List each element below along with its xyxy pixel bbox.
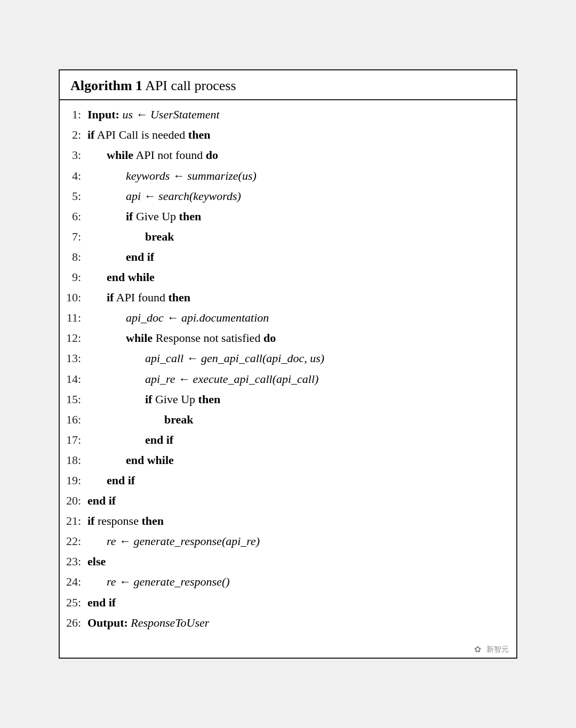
algorithm-title-rest: API call process bbox=[145, 78, 236, 93]
line-content: end if bbox=[87, 594, 516, 612]
algorithm-line: 24:re ← generate_response() bbox=[60, 572, 516, 592]
watermark: ✿ 新智元 bbox=[60, 641, 516, 658]
line-number: 18: bbox=[60, 451, 87, 469]
algorithm-line: 14:api_re ← execute_api_call(api_call) bbox=[60, 369, 516, 389]
algorithm-line: 21:if response then bbox=[60, 511, 516, 531]
algorithm-line: 16:break bbox=[60, 410, 516, 430]
algorithm-header: Algorithm 1 API call process bbox=[60, 70, 516, 100]
line-number: 15: bbox=[60, 390, 87, 409]
line-number: 6: bbox=[60, 207, 87, 226]
line-number: 14: bbox=[60, 370, 87, 388]
line-content: while Response not satisfied do bbox=[87, 329, 516, 347]
algorithm-line: 26:Output: ResponseToUser bbox=[60, 613, 516, 633]
line-number: 4: bbox=[60, 167, 87, 185]
algorithm-line: 3:while API not found do bbox=[60, 145, 516, 165]
line-content: api_re ← execute_api_call(api_call) bbox=[87, 370, 516, 388]
line-number: 16: bbox=[60, 411, 87, 429]
line-content: end if bbox=[87, 492, 516, 510]
algorithm-container: Algorithm 1 API call process 1:Input: us… bbox=[59, 69, 517, 658]
algorithm-line: 23:else bbox=[60, 551, 516, 572]
algorithm-line: 12:while Response not satisfied do bbox=[60, 328, 516, 348]
algorithm-line: 7:break bbox=[60, 227, 516, 247]
line-number: 3: bbox=[60, 146, 87, 164]
line-number: 5: bbox=[60, 187, 87, 205]
line-number: 8: bbox=[60, 248, 87, 266]
line-content: re ← generate_response(api_re) bbox=[87, 532, 516, 550]
line-number: 11: bbox=[60, 309, 87, 327]
algorithm-line: 18:end while bbox=[60, 450, 516, 470]
algorithm-line: 17:end if bbox=[60, 430, 516, 450]
algorithm-line: 2:if API Call is needed then bbox=[60, 125, 516, 145]
line-number: 21: bbox=[60, 512, 87, 530]
line-content: break bbox=[87, 228, 516, 246]
line-content: break bbox=[87, 411, 516, 429]
line-content: if API Call is needed then bbox=[87, 126, 516, 144]
line-content: if response then bbox=[87, 512, 516, 530]
line-content: end if bbox=[87, 431, 516, 449]
line-number: 25: bbox=[60, 594, 87, 612]
line-content: else bbox=[87, 553, 516, 571]
algorithm-line: 5:api ← search(keywords) bbox=[60, 186, 516, 206]
line-number: 2: bbox=[60, 126, 87, 144]
algorithm-title-bold: Algorithm 1 bbox=[70, 78, 142, 93]
line-content: end while bbox=[87, 451, 516, 469]
line-number: 9: bbox=[60, 268, 87, 286]
line-number: 19: bbox=[60, 471, 87, 490]
algorithm-line: 6:if Give Up then bbox=[60, 206, 516, 227]
algorithm-line: 22:re ← generate_response(api_re) bbox=[60, 531, 516, 551]
line-content: keywords ← summarize(us) bbox=[87, 167, 516, 185]
line-content: re ← generate_response() bbox=[87, 573, 516, 591]
line-content: api ← search(keywords) bbox=[87, 187, 516, 205]
watermark-icon: ✿ bbox=[471, 644, 483, 655]
algorithm-line: 15:if Give Up then bbox=[60, 389, 516, 410]
line-content: Output: ResponseToUser bbox=[87, 614, 516, 632]
algorithm-line: 13:api_call ← gen_api_call(api_doc, us) bbox=[60, 348, 516, 369]
line-content: if API found then bbox=[87, 289, 516, 307]
line-content: api_call ← gen_api_call(api_doc, us) bbox=[87, 349, 516, 367]
algorithm-line: 19:end if bbox=[60, 470, 516, 491]
line-content: end if bbox=[87, 471, 516, 490]
line-number: 26: bbox=[60, 614, 87, 632]
line-content: end while bbox=[87, 268, 516, 286]
line-number: 10: bbox=[60, 289, 87, 307]
line-number: 7: bbox=[60, 228, 87, 246]
algorithm-title: Algorithm 1 API call process bbox=[70, 78, 236, 93]
algorithm-line: 8:end if bbox=[60, 247, 516, 267]
line-number: 23: bbox=[60, 553, 87, 571]
line-content: end if bbox=[87, 248, 516, 266]
algorithm-line: 20:end if bbox=[60, 491, 516, 511]
algorithm-line: 4:keywords ← summarize(us) bbox=[60, 166, 516, 186]
watermark-text: 新智元 bbox=[486, 645, 509, 654]
line-number: 20: bbox=[60, 492, 87, 510]
algorithm-line: 9:end while bbox=[60, 267, 516, 287]
line-number: 1: bbox=[60, 106, 87, 124]
line-number: 13: bbox=[60, 349, 87, 367]
algorithm-line: 10:if API found then bbox=[60, 287, 516, 308]
line-content: if Give Up then bbox=[87, 207, 516, 226]
line-number: 17: bbox=[60, 431, 87, 449]
line-number: 22: bbox=[60, 532, 87, 550]
line-content: while API not found do bbox=[87, 146, 516, 164]
algorithm-line: 25:end if bbox=[60, 593, 516, 613]
line-content: api_doc ← api.documentation bbox=[87, 309, 516, 327]
line-content: if Give Up then bbox=[87, 390, 516, 409]
algorithm-line: 1:Input: us ← UserStatement bbox=[60, 105, 516, 125]
algorithm-line: 11:api_doc ← api.documentation bbox=[60, 308, 516, 328]
line-number: 12: bbox=[60, 329, 87, 347]
line-number: 24: bbox=[60, 573, 87, 591]
line-content: Input: us ← UserStatement bbox=[87, 106, 516, 124]
algorithm-body: 1:Input: us ← UserStatement2:if API Call… bbox=[60, 100, 516, 640]
